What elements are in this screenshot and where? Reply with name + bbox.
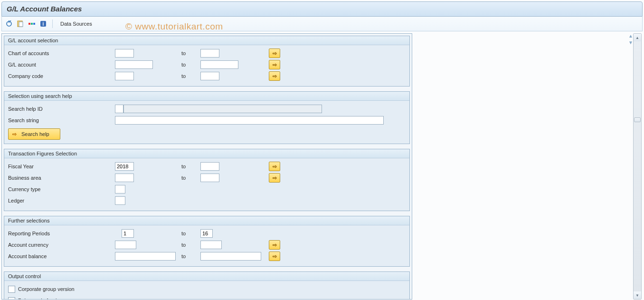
input-search-string[interactable]: [115, 116, 384, 125]
input-business-area-high[interactable]: [200, 174, 219, 182]
label-corporate-group-version: Corporate group version: [18, 286, 75, 292]
group-further-selections: Further selections Reporting Periods to …: [4, 216, 410, 267]
group-header: Selection using search help: [4, 92, 409, 101]
input-gl-account-high[interactable]: [200, 60, 238, 69]
arrow-right-icon: ⇨: [12, 131, 17, 137]
field-row-search-string: Search string: [8, 115, 406, 126]
field-row-foreign-currency: Balances in foreign currency: [8, 295, 406, 300]
label-currency-type: Currency type: [8, 186, 115, 192]
group-header: G/L account selection: [4, 36, 409, 45]
svg-rect-4: [19, 22, 23, 27]
scrollbar-down-button[interactable]: ▼: [634, 291, 641, 299]
svg-text:i: i: [43, 21, 44, 27]
field-row-ledger: Ledger: [8, 195, 406, 206]
input-account-balance-high[interactable]: [200, 252, 261, 261]
multiple-selection-icon[interactable]: ⇨: [269, 240, 280, 250]
input-company-code-high[interactable]: [200, 72, 219, 80]
scroll-down-triangle-icon[interactable]: ▼: [628, 40, 633, 45]
label-chart-of-accounts: Chart of accounts: [8, 50, 115, 56]
svg-rect-6: [31, 23, 33, 25]
label-fiscal-year: Fiscal Year: [8, 164, 115, 169]
field-row-business-area: Business area to ⇨: [8, 173, 406, 183]
svg-rect-7: [33, 23, 35, 25]
to-label: to: [181, 73, 200, 79]
multiple-selection-icon[interactable]: ⇨: [269, 173, 280, 183]
info-icon[interactable]: i: [39, 19, 47, 28]
svg-line-2: [10, 20, 11, 21]
input-account-balance-low[interactable]: [115, 252, 176, 261]
get-variant-icon[interactable]: [16, 19, 25, 28]
application-toolbar: i Data Sources © www.tutorialkart.com: [1, 17, 643, 31]
vertical-scrollbar[interactable]: ▲ ▼: [633, 33, 642, 300]
input-currency-type[interactable]: [115, 185, 125, 194]
input-ledger[interactable]: [115, 196, 125, 205]
checkbox-foreign-currency[interactable]: [8, 297, 15, 300]
field-row-chart-of-accounts: Chart of accounts to ⇨: [8, 48, 406, 58]
group-transaction-figures: Transaction Figures Selection Fiscal Yea…: [4, 149, 410, 211]
input-chart-of-accounts-low[interactable]: [115, 49, 134, 58]
group-gl-account-selection: G/L account selection Chart of accounts …: [4, 36, 410, 87]
scrollbar-up-button[interactable]: ▲: [634, 34, 641, 41]
input-reporting-periods-low[interactable]: [122, 229, 134, 238]
to-label: to: [181, 164, 200, 169]
field-row-currency-type: Currency type: [8, 184, 406, 194]
selection-screen: G/L account selection Chart of accounts …: [1, 33, 412, 300]
group-header: Further selections: [4, 216, 409, 225]
label-account-balance: Account balance: [8, 253, 115, 259]
input-fiscal-year-high[interactable]: [200, 162, 219, 171]
multiple-selection-icon[interactable]: ⇨: [269, 252, 280, 261]
label-foreign-currency: Balances in foreign currency: [18, 298, 84, 300]
input-reporting-periods-high[interactable]: [200, 229, 213, 238]
execute-icon[interactable]: [5, 19, 13, 28]
label-reporting-periods: Reporting Periods: [8, 231, 115, 236]
field-row-account-balance: Account balance to ⇨: [8, 251, 406, 261]
multiple-selection-icon[interactable]: ⇨: [269, 71, 280, 81]
field-row-corporate-group-version: Corporate group version: [8, 284, 406, 294]
field-row-company-code: Company code to ⇨: [8, 71, 406, 81]
label-gl-account: G/L account: [8, 62, 115, 68]
input-account-currency-low[interactable]: [115, 241, 136, 249]
field-row-gl-account: G/L account to ⇨: [8, 59, 406, 70]
group-search-help: Selection using search help Search help …: [4, 91, 410, 144]
data-sources-button[interactable]: Data Sources: [57, 19, 95, 28]
input-business-area-low[interactable]: [115, 174, 134, 182]
field-row-search-help-id: Search help ID: [8, 104, 406, 114]
group-header: Output control: [4, 272, 409, 281]
toolbar-separator: [52, 19, 53, 28]
input-account-currency-high[interactable]: [200, 241, 222, 249]
input-company-code-low[interactable]: [115, 72, 134, 80]
input-search-help-id-desc[interactable]: [123, 105, 322, 113]
field-row-fiscal-year: Fiscal Year to ⇨: [8, 161, 406, 172]
field-row-account-currency: Account currency to ⇨: [8, 240, 406, 250]
page-title: G/L Account Balances: [7, 5, 82, 13]
window-title-bar: G/L Account Balances: [1, 1, 643, 17]
to-label: to: [181, 175, 200, 181]
watermark-text: © www.tutorialkart.com: [125, 21, 223, 32]
input-fiscal-year-low[interactable]: [115, 162, 134, 171]
group-output-control: Output control Corporate group version B…: [4, 271, 410, 300]
svg-rect-5: [28, 23, 30, 25]
multiple-selection-icon[interactable]: ⇨: [269, 162, 280, 171]
search-help-button[interactable]: ⇨ Search help: [8, 128, 60, 140]
search-help-button-label: Search help: [21, 131, 49, 137]
to-label: to: [181, 253, 200, 259]
label-business-area: Business area: [8, 175, 115, 181]
scrollbar-track[interactable]: [634, 41, 641, 291]
selection-options-icon[interactable]: [28, 19, 36, 28]
to-label: to: [181, 50, 200, 56]
scrollbar-grip[interactable]: [634, 117, 641, 122]
scroll-up-triangle-icon[interactable]: ▲: [628, 33, 633, 38]
label-account-currency: Account currency: [8, 242, 115, 248]
side-blank-area: ▲ ▼ ▲ ▼: [412, 33, 643, 300]
input-gl-account-low[interactable]: [115, 60, 153, 69]
input-search-help-id-short[interactable]: [115, 105, 123, 113]
to-label: to: [181, 62, 200, 68]
to-label: to: [181, 231, 200, 236]
multiple-selection-icon[interactable]: ⇨: [269, 60, 280, 69]
input-chart-of-accounts-high[interactable]: [200, 49, 219, 58]
checkbox-corporate-group-version[interactable]: [8, 286, 15, 293]
work-area: G/L account selection Chart of accounts …: [1, 33, 643, 300]
field-row-reporting-periods: Reporting Periods to: [8, 228, 406, 239]
to-label: to: [181, 242, 200, 248]
multiple-selection-icon[interactable]: ⇨: [269, 48, 280, 58]
